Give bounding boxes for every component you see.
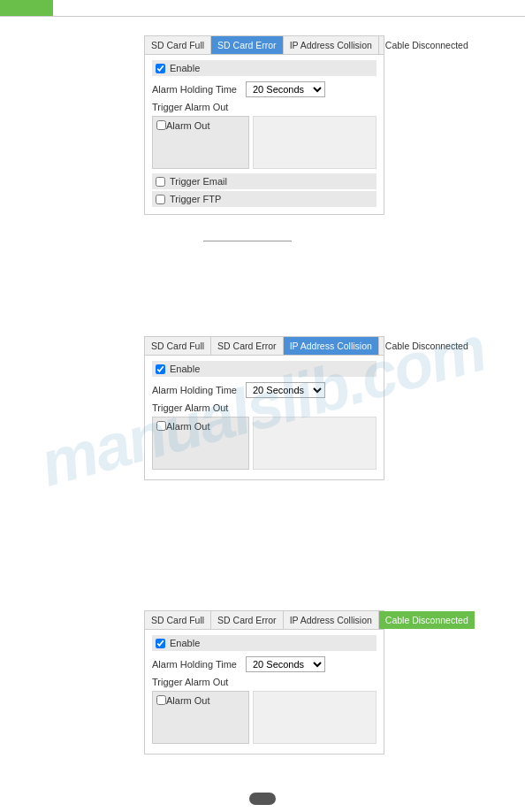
tab-row-2: SD Card Full SD Card Error IP Address Co…	[145, 337, 384, 356]
tab-ip-address-collision-3[interactable]: IP Address Collision	[284, 611, 379, 629]
tab-sd-card-full-1[interactable]: SD Card Full	[145, 36, 211, 54]
top-line	[0, 16, 525, 17]
alarm-holding-time-row-2: Alarm Holding Time 10 Seconds 20 Seconds…	[152, 382, 377, 398]
panel-body-3: Enable Alarm Holding Time 10 Seconds 20 …	[145, 630, 384, 754]
tab-cable-disconnected-1[interactable]: Cable Disconnected	[379, 36, 475, 54]
alarm-out-area-2: Alarm Out	[152, 417, 377, 470]
tab-row-1: SD Card Full SD Card Error IP Address Co…	[145, 36, 384, 55]
trigger-ftp-checkbox-1[interactable]	[156, 195, 165, 204]
alarm-holding-time-row-3: Alarm Holding Time 10 Seconds 20 Seconds…	[152, 656, 377, 672]
alarm-holding-time-select-3[interactable]: 10 Seconds 20 Seconds 30 Seconds 60 Seco…	[246, 656, 325, 672]
alarm-out-checkbox-3[interactable]	[156, 695, 166, 705]
tab-cable-disconnected-2[interactable]: Cable Disconnected	[379, 337, 475, 355]
alarm-holding-time-label-1: Alarm Holding Time	[152, 84, 240, 95]
tab-sd-card-error-3[interactable]: SD Card Error	[211, 611, 284, 629]
alarm-out-box-1: Alarm Out	[152, 116, 249, 169]
alarm-out-box-label-2: Alarm Out	[166, 421, 210, 432]
alarm-holding-time-select-2[interactable]: 10 Seconds 20 Seconds 30 Seconds 60 Seco…	[246, 382, 325, 398]
alarm-out-spacer-2	[253, 417, 377, 470]
panel-body-1: Enable Alarm Holding Time 10 Seconds 20 …	[145, 55, 384, 214]
enable-label-3: Enable	[170, 638, 200, 648]
alarm-out-spacer-1	[253, 116, 377, 169]
trigger-email-row-1: Trigger Email	[152, 173, 377, 189]
top-bar	[0, 0, 53, 16]
alarm-out-area-3: Alarm Out	[152, 691, 377, 744]
alarm-holding-time-row-1: Alarm Holding Time 10 Seconds 20 Seconds…	[152, 81, 377, 97]
enable-checkbox-1[interactable]	[156, 64, 165, 73]
alarm-out-checkbox-2[interactable]	[156, 421, 166, 431]
trigger-alarm-out-label-2: Trigger Alarm Out	[152, 402, 377, 413]
panel-body-2: Enable Alarm Holding Time 10 Seconds 20 …	[145, 356, 384, 479]
trigger-alarm-out-label-1: Trigger Alarm Out	[152, 102, 377, 112]
trigger-ftp-row-1: Trigger FTP	[152, 191, 377, 207]
tab-sd-card-full-3[interactable]: SD Card Full	[145, 611, 211, 629]
enable-checkbox-2[interactable]	[156, 364, 165, 374]
alarm-out-box-2: Alarm Out	[152, 417, 249, 470]
tab-row-3: SD Card Full SD Card Error IP Address Co…	[145, 611, 384, 630]
trigger-ftp-label-1: Trigger FTP	[170, 194, 221, 204]
trigger-alarm-out-label-3: Trigger Alarm Out	[152, 677, 377, 687]
alarm-out-spacer-3	[253, 691, 377, 744]
alarm-out-box-label-3: Alarm Out	[166, 695, 210, 706]
alarm-holding-time-label-2: Alarm Holding Time	[152, 385, 240, 395]
tab-sd-card-error-1[interactable]: SD Card Error	[211, 36, 284, 54]
panel-cable-disconnected: SD Card Full SD Card Error IP Address Co…	[144, 610, 384, 755]
trigger-email-label-1: Trigger Email	[170, 176, 227, 187]
panel-sd-card-error: SD Card Full SD Card Error IP Address Co…	[144, 35, 384, 215]
panel-ip-address-collision: SD Card Full SD Card Error IP Address Co…	[144, 336, 384, 480]
alarm-out-box-label-1: Alarm Out	[166, 120, 210, 131]
separator-line-1	[203, 241, 292, 241]
alarm-holding-time-label-3: Alarm Holding Time	[152, 659, 240, 670]
trigger-email-checkbox-1[interactable]	[156, 177, 165, 187]
alarm-out-box-3: Alarm Out	[152, 691, 249, 744]
alarm-out-checkbox-1[interactable]	[156, 120, 166, 130]
pagination-dot[interactable]	[249, 793, 276, 805]
enable-row-1: Enable	[152, 60, 377, 76]
tab-sd-card-full-2[interactable]: SD Card Full	[145, 337, 211, 355]
enable-checkbox-3[interactable]	[156, 639, 165, 648]
enable-label-2: Enable	[170, 364, 200, 374]
enable-label-1: Enable	[170, 63, 200, 73]
tab-cable-disconnected-3[interactable]: Cable Disconnected	[379, 611, 475, 629]
tab-ip-address-collision-2[interactable]: IP Address Collision	[284, 337, 379, 355]
enable-row-3: Enable	[152, 635, 377, 651]
enable-row-2: Enable	[152, 361, 377, 377]
tab-sd-card-error-2[interactable]: SD Card Error	[211, 337, 284, 355]
alarm-holding-time-select-1[interactable]: 10 Seconds 20 Seconds 30 Seconds 60 Seco…	[246, 81, 325, 97]
alarm-out-area-1: Alarm Out	[152, 116, 377, 169]
tab-ip-address-collision-1[interactable]: IP Address Collision	[284, 36, 379, 54]
